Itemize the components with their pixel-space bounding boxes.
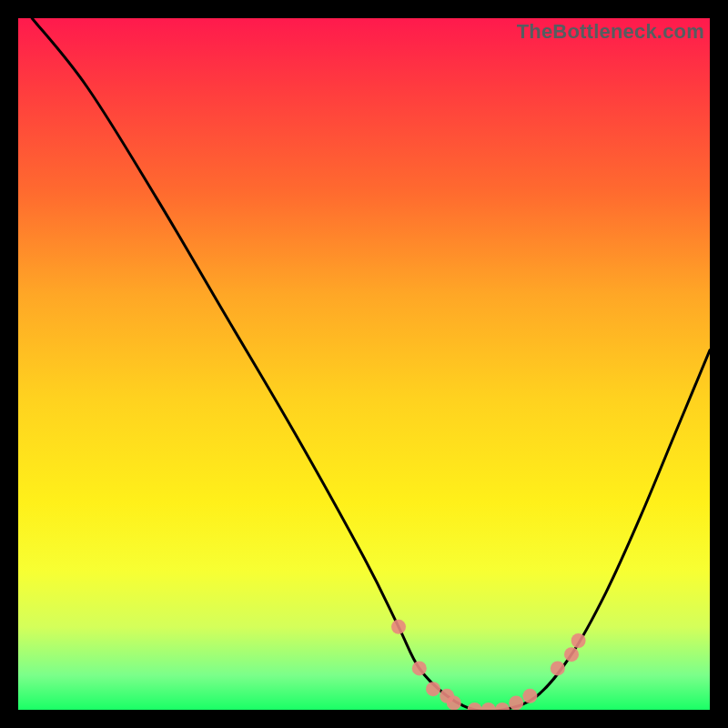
marker-points <box>391 620 586 710</box>
marker-dot <box>481 703 496 710</box>
plot-area: TheBottleneck.com <box>18 18 710 710</box>
marker-dot <box>426 682 440 696</box>
marker-dot <box>447 695 461 710</box>
bottleneck-curve <box>32 18 710 710</box>
marker-dot <box>391 620 406 634</box>
chart-frame: TheBottleneck.com <box>18 18 710 710</box>
marker-dot <box>495 703 510 710</box>
marker-dot <box>509 695 523 710</box>
marker-dot <box>468 703 482 710</box>
marker-dot <box>412 661 427 675</box>
chart-svg <box>18 18 710 710</box>
marker-dot <box>551 661 565 675</box>
marker-dot <box>522 689 537 703</box>
marker-dot <box>564 647 579 662</box>
marker-dot <box>571 633 586 648</box>
